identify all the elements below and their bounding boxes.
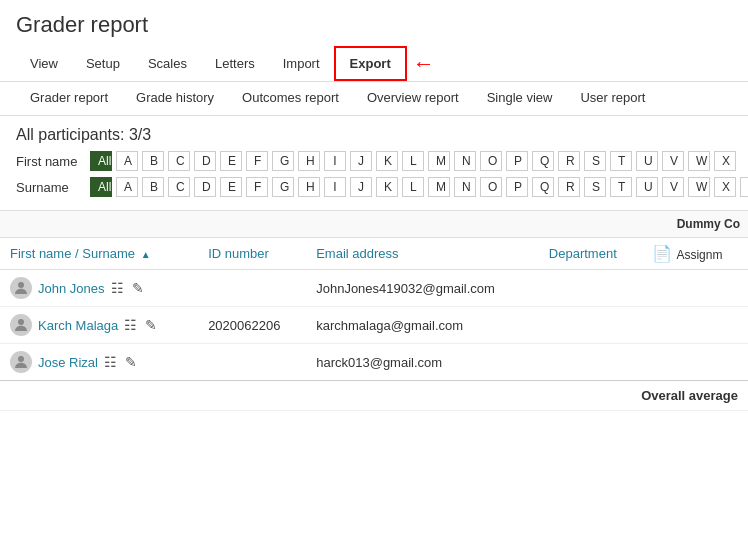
surname-filter-all[interactable]: All	[90, 177, 112, 197]
firstname-filter-row: First name All A B C D E F G H I J K L M…	[0, 148, 748, 174]
sub-nav-user-report[interactable]: User report	[566, 82, 659, 115]
overall-average-row: Overall average	[0, 381, 748, 411]
edit-icon[interactable]: ✎	[125, 354, 137, 370]
col-header-department[interactable]: Department	[539, 238, 642, 270]
table-row: John Jones ☷ ✎ JohnJones419032@gmail.com	[0, 270, 748, 307]
dummy-column-header-row: Dummy Co	[0, 211, 748, 238]
surname-filter-d[interactable]: D	[194, 177, 216, 197]
surname-filter-i[interactable]: I	[324, 177, 346, 197]
surname-filter-label: Surname	[16, 180, 86, 195]
grid-icon[interactable]: ☷	[124, 317, 137, 333]
sub-nav: Grader report Grade history Outcomes rep…	[0, 82, 748, 116]
cell-name-jose-rizal: Jose Rizal ☷ ✎	[0, 344, 198, 381]
surname-filter-m[interactable]: M	[428, 177, 450, 197]
surname-filter-y[interactable]: Y	[740, 177, 748, 197]
surname-filter-x[interactable]: X	[714, 177, 736, 197]
firstname-filter-e[interactable]: E	[220, 151, 242, 171]
table-row: Jose Rizal ☷ ✎ harck013@gmail.com	[0, 344, 748, 381]
svg-point-1	[18, 319, 24, 325]
grid-icon[interactable]: ☷	[104, 354, 117, 370]
firstname-filter-n[interactable]: N	[454, 151, 476, 171]
top-nav-setup[interactable]: Setup	[72, 48, 134, 79]
user-name[interactable]: Jose Rizal	[38, 355, 98, 370]
dummy-col-header: Dummy Co	[628, 215, 748, 233]
firstname-filter-k[interactable]: K	[376, 151, 398, 171]
cell-department-john-jones	[539, 270, 642, 307]
top-nav-view[interactable]: View	[16, 48, 72, 79]
surname-filter-q[interactable]: Q	[532, 177, 554, 197]
user-name[interactable]: Karch Malaga	[38, 318, 118, 333]
firstname-filter-m[interactable]: M	[428, 151, 450, 171]
firstname-filter-x[interactable]: X	[714, 151, 736, 171]
surname-filter-e[interactable]: E	[220, 177, 242, 197]
firstname-filter-w[interactable]: W	[688, 151, 710, 171]
firstname-filter-o[interactable]: O	[480, 151, 502, 171]
firstname-filter-c[interactable]: C	[168, 151, 190, 171]
sort-arrow-icon: ▲	[141, 249, 151, 260]
surname-filter-c[interactable]: C	[168, 177, 190, 197]
firstname-filter-j[interactable]: J	[350, 151, 372, 171]
surname-filter-u[interactable]: U	[636, 177, 658, 197]
surname-filter-w[interactable]: W	[688, 177, 710, 197]
sub-nav-grader-report[interactable]: Grader report	[16, 82, 122, 115]
cell-name-john-jones: John Jones ☷ ✎	[0, 270, 198, 307]
surname-filter-h[interactable]: H	[298, 177, 320, 197]
sub-nav-single-view[interactable]: Single view	[473, 82, 567, 115]
sub-nav-overview-report[interactable]: Overview report	[353, 82, 473, 115]
top-nav-import[interactable]: Import	[269, 48, 334, 79]
firstname-filter-s[interactable]: S	[584, 151, 606, 171]
cell-assignment-john-jones	[642, 270, 748, 307]
cell-department-jose-rizal	[539, 344, 642, 381]
sub-nav-outcomes-report[interactable]: Outcomes report	[228, 82, 353, 115]
firstname-filter-all[interactable]: All	[90, 151, 112, 171]
surname-filter-r[interactable]: R	[558, 177, 580, 197]
user-name[interactable]: John Jones	[38, 281, 105, 296]
firstname-filter-r[interactable]: R	[558, 151, 580, 171]
page-title: Grader report	[0, 0, 748, 46]
cell-assignment-karch-malaga	[642, 307, 748, 344]
firstname-filter-g[interactable]: G	[272, 151, 294, 171]
firstname-filter-q[interactable]: Q	[532, 151, 554, 171]
cell-idnumber-karch-malaga: 2020062206	[198, 307, 306, 344]
top-nav-letters[interactable]: Letters	[201, 48, 269, 79]
surname-filter-t[interactable]: T	[610, 177, 632, 197]
firstname-filter-i[interactable]: I	[324, 151, 346, 171]
top-nav-export[interactable]: Export	[334, 46, 407, 81]
surname-filter-row: Surname All A B C D E F G H I J K L M N …	[0, 174, 748, 200]
surname-filter-a[interactable]: A	[116, 177, 138, 197]
firstname-filter-h[interactable]: H	[298, 151, 320, 171]
surname-filter-v[interactable]: V	[662, 177, 684, 197]
top-nav-scales[interactable]: Scales	[134, 48, 201, 79]
surname-filter-j[interactable]: J	[350, 177, 372, 197]
col-header-name[interactable]: First name / Surname ▲	[0, 238, 198, 270]
surname-filter-g[interactable]: G	[272, 177, 294, 197]
col-header-idnumber[interactable]: ID number	[198, 238, 306, 270]
surname-filter-p[interactable]: P	[506, 177, 528, 197]
edit-icon[interactable]: ✎	[145, 317, 157, 333]
firstname-filter-b[interactable]: B	[142, 151, 164, 171]
sub-nav-grade-history[interactable]: Grade history	[122, 82, 228, 115]
firstname-filter-label: First name	[16, 154, 86, 169]
surname-filter-o[interactable]: O	[480, 177, 502, 197]
cell-idnumber-jose-rizal	[198, 344, 306, 381]
firstname-filter-d[interactable]: D	[194, 151, 216, 171]
surname-filter-b[interactable]: B	[142, 177, 164, 197]
cell-email-karch-malaga: karchmalaga@gmail.com	[306, 307, 539, 344]
surname-filter-l[interactable]: L	[402, 177, 424, 197]
edit-icon[interactable]: ✎	[132, 280, 144, 296]
firstname-filter-v[interactable]: V	[662, 151, 684, 171]
firstname-filter-t[interactable]: T	[610, 151, 632, 171]
surname-filter-s[interactable]: S	[584, 177, 606, 197]
surname-filter-f[interactable]: F	[246, 177, 268, 197]
top-nav: View Setup Scales Letters Import Export …	[0, 46, 748, 82]
col-header-assignment[interactable]: 📄 Assignm	[642, 238, 748, 270]
firstname-filter-l[interactable]: L	[402, 151, 424, 171]
firstname-filter-a[interactable]: A	[116, 151, 138, 171]
firstname-filter-f[interactable]: F	[246, 151, 268, 171]
firstname-filter-u[interactable]: U	[636, 151, 658, 171]
grid-icon[interactable]: ☷	[111, 280, 124, 296]
surname-filter-n[interactable]: N	[454, 177, 476, 197]
firstname-filter-p[interactable]: P	[506, 151, 528, 171]
surname-filter-k[interactable]: K	[376, 177, 398, 197]
col-header-email[interactable]: Email address	[306, 238, 539, 270]
